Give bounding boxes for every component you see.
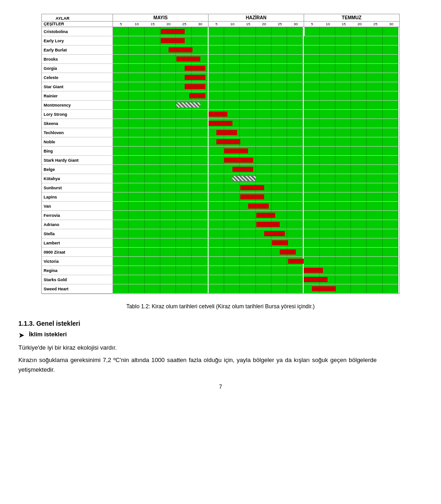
month-cell <box>209 45 304 54</box>
month-cell <box>304 183 399 192</box>
month-cell <box>304 36 399 45</box>
month-cell <box>304 229 399 238</box>
table-row: Rainier <box>42 91 399 101</box>
harvest-bar <box>209 121 232 126</box>
harvest-bar <box>185 75 205 80</box>
table-row: Celeste <box>42 73 399 82</box>
month-cell <box>304 211 399 220</box>
table-row: Victoria <box>42 257 399 266</box>
page-number: 7 <box>219 384 222 390</box>
month-cell <box>113 248 209 256</box>
month-cell <box>209 284 304 293</box>
harvest-bar <box>240 194 264 199</box>
month-cell <box>113 45 209 54</box>
header-month-temmuz: TEMMUZ51015202530 <box>304 14 399 27</box>
table-row: Lambert <box>42 238 399 248</box>
table-row: Montmorency <box>42 101 399 110</box>
month-cell <box>304 137 399 146</box>
month-cell <box>209 91 304 100</box>
table-row: Regina <box>42 266 399 275</box>
month-cell <box>113 257 209 266</box>
harvest-bar <box>256 222 280 227</box>
harvest-bar <box>288 259 304 264</box>
month-cell <box>304 220 399 229</box>
month-cell <box>113 266 209 275</box>
month-cell <box>304 101 399 109</box>
month-cell <box>209 147 304 155</box>
harvest-bar <box>185 84 205 89</box>
harvest-bar <box>232 176 256 181</box>
month-cell <box>209 82 304 91</box>
harvest-bar <box>176 102 200 108</box>
subsection: ➤ İklim istekleri <box>18 331 67 340</box>
table-row: Starks Gold <box>42 275 399 284</box>
month-cell <box>304 119 399 128</box>
month-cell <box>113 238 209 247</box>
month-cell <box>209 275 304 284</box>
month-cell <box>304 55 399 63</box>
table-row: Noble <box>42 137 399 147</box>
harvest-bar <box>312 286 336 291</box>
harvest-bar <box>185 66 205 71</box>
month-cell <box>209 174 304 183</box>
cesitler-label: ÇEŞİTLER <box>42 22 113 27</box>
harvest-bar <box>189 93 205 98</box>
month-cell <box>209 36 304 45</box>
month-cell <box>113 110 209 119</box>
month-cell <box>304 27 399 36</box>
month-cell <box>209 165 304 174</box>
table-row: Gorgia <box>42 64 399 73</box>
table-row: Cristobolina <box>42 27 399 36</box>
harvest-bar <box>264 231 285 236</box>
month-cell <box>304 110 399 119</box>
month-cell <box>209 156 304 164</box>
month-cell <box>113 229 209 238</box>
table-row: Ferrovia <box>42 211 399 220</box>
harvest-bar <box>169 47 192 52</box>
table-row: Brooks <box>42 55 399 64</box>
month-divider-line <box>304 27 305 36</box>
month-cell <box>113 211 209 220</box>
table-row: Skeena <box>42 119 399 128</box>
month-cell <box>209 73 304 82</box>
table-row: Sunburst <box>42 183 399 193</box>
month-cell <box>304 193 399 201</box>
body-paragraph-2: Kirazın soğuklama gereksinimi 7,2 ºC'nin… <box>18 356 377 375</box>
header-month-mayis: MAYIS51015202530 <box>113 14 209 27</box>
month-cell <box>209 27 304 36</box>
month-cell <box>304 238 399 247</box>
table-row: Lory Strong <box>42 110 399 119</box>
harvest-bar <box>304 268 323 273</box>
table-row: Early Burlat <box>42 45 399 55</box>
month-cell <box>304 73 399 82</box>
table-row: Stella <box>42 229 399 238</box>
harvest-bar <box>280 249 296 255</box>
body-paragraph-1: Türkiye'de iyi bir kiraz ekolojisi vardı… <box>18 343 377 353</box>
month-cell <box>304 165 399 174</box>
month-cell <box>304 64 399 73</box>
month-cell <box>113 193 209 201</box>
harvest-bar <box>216 130 237 135</box>
month-cell <box>209 238 304 247</box>
table-row: Bing <box>42 147 399 156</box>
month-cell <box>209 266 304 275</box>
harvest-bar <box>216 139 240 144</box>
month-cell <box>304 174 399 183</box>
table-row: Stark Hardy Giant <box>42 156 399 165</box>
harvest-bar <box>304 277 328 282</box>
month-cell <box>209 55 304 63</box>
harvest-bar <box>224 148 248 153</box>
month-cell <box>304 147 399 155</box>
month-cell <box>113 174 209 183</box>
month-cell <box>113 183 209 192</box>
header-col-labels: AYLAR ÇEŞİTLER <box>42 14 113 27</box>
harvest-bar <box>161 38 185 43</box>
month-cell <box>304 257 399 266</box>
harvest-bar <box>248 204 269 209</box>
table-row: Early Lory <box>42 36 399 45</box>
table-caption: Tablo 1.2: Kiraz olum tarihleri cetveli … <box>60 303 381 310</box>
harvest-bar <box>272 240 288 245</box>
month-cell <box>304 45 399 54</box>
month-cell <box>113 128 209 137</box>
month-cell <box>304 248 399 256</box>
